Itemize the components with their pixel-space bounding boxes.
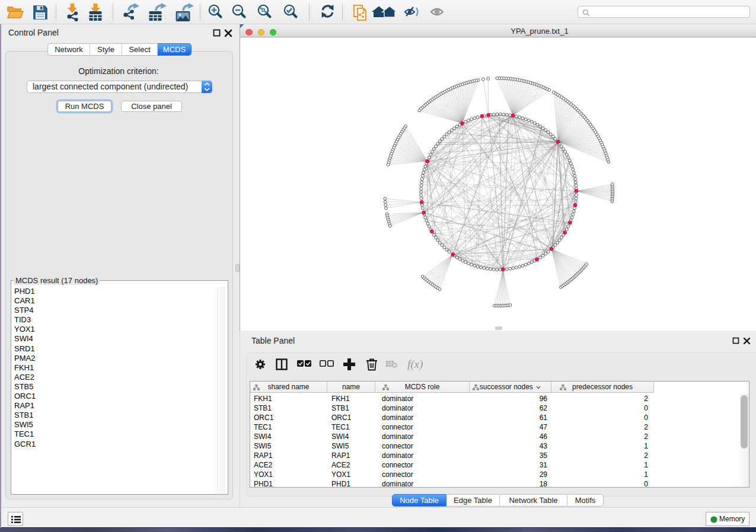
svg-text:f(x): f(x): [407, 358, 423, 371]
